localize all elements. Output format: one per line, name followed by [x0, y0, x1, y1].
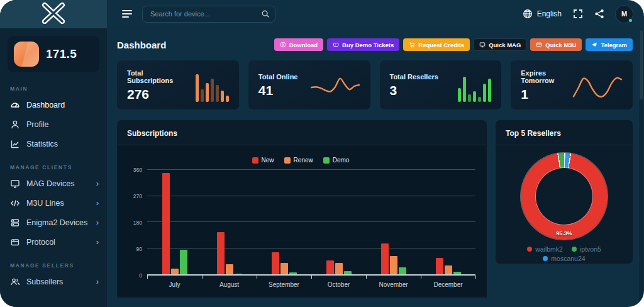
share-icon[interactable]: [594, 9, 604, 19]
stat-text: Total Resellers3: [390, 73, 438, 98]
chart-line-icon: [10, 139, 20, 149]
main-area: English M: [107, 0, 644, 307]
sidebar-item-profile[interactable]: Profile: [0, 114, 107, 134]
card-icon: [536, 42, 542, 48]
search-icon[interactable]: [261, 9, 270, 18]
quick-m3u-button[interactable]: Quick M3U: [530, 38, 582, 51]
bar-new-august: [217, 232, 225, 274]
stat-label: Expires Tomorrow: [521, 69, 572, 84]
stat-sparkline: [440, 69, 491, 102]
legend-label: moscanu24: [551, 255, 585, 262]
sidebar-item-label: Subsellers: [26, 277, 63, 286]
y-tick-label: 360: [133, 167, 142, 173]
sidebar-item-mag-devices[interactable]: MAG Devices›: [0, 174, 107, 193]
bar-renew-july: [171, 269, 179, 274]
sidebar-item-enigma2-devices[interactable]: Enigma2 Devices›: [0, 213, 107, 232]
x-axis-labels: JulyAugustSeptemberOctoberNovemberDecemb…: [147, 281, 475, 288]
stat-text: Total Online41: [258, 73, 298, 98]
x-axis-label: November: [366, 281, 421, 288]
menu-toggle-icon[interactable]: [122, 10, 132, 18]
sidebar-item-m3u-lines[interactable]: M3U Lines›: [0, 193, 107, 213]
avatar-initial: M: [621, 10, 627, 18]
action-button-label: Telegram: [601, 42, 627, 48]
app-window: 171.5 MAINDashboardProfileStatisticsMANA…: [0, 0, 644, 307]
download-icon: [280, 42, 286, 48]
spark-bars: [458, 74, 491, 102]
action-button-label: Quick M3U: [545, 42, 576, 48]
globe-icon: [523, 9, 533, 19]
sidebar-item-label: Profile: [26, 120, 48, 129]
x-axis-label: July: [147, 281, 202, 288]
stat-value: 1: [521, 87, 572, 102]
donut-percentage-label: 95.3%: [556, 230, 572, 237]
top5-title: Top 5 Resellers: [506, 129, 561, 138]
donut-legend: wailbmk2iptvon5moscanu24: [508, 245, 621, 262]
legend-label: wailbmk2: [535, 245, 563, 253]
scrollbar[interactable]: [639, 29, 643, 306]
stat-value: 276: [127, 87, 184, 102]
legend-item-renew: Renew: [284, 157, 313, 164]
sidebar-section-label: MAIN: [10, 86, 107, 92]
code-icon: [10, 198, 20, 208]
request-credits-button[interactable]: Request Credits: [403, 38, 470, 51]
action-button-label: Download: [289, 42, 318, 48]
y-tick-label: 0: [139, 272, 142, 279]
sidebar-logo[interactable]: [0, 0, 107, 28]
legend-label: Renew: [294, 157, 313, 164]
legend-swatch: [284, 157, 291, 164]
chevron-right-icon: ›: [96, 277, 99, 286]
top5-resellers-panel: Top 5 Resellers 95.3% wailbmk2iptvon5mos…: [496, 120, 633, 264]
scrollbar-thumb[interactable]: [640, 30, 643, 99]
language-label: English: [537, 9, 562, 18]
stat-card-expires-tomorrow: Expires Tomorrow1: [511, 60, 633, 109]
legend-label: iptvon5: [580, 245, 601, 253]
x-axis-label: October: [311, 281, 366, 288]
telegram-icon: [591, 42, 597, 48]
topbar: English M: [107, 0, 644, 28]
spark-bars: [196, 74, 229, 102]
subscriptions-chart: NewRenewDemo 090180270360 JulyAugustSept…: [117, 145, 487, 296]
sidebar-item-label: Protocol: [26, 238, 55, 247]
user-avatar[interactable]: M: [616, 6, 633, 23]
y-tick-label: 270: [133, 193, 142, 199]
quick-mag-button[interactable]: Quick MAG: [474, 38, 526, 51]
sidebar-item-subsellers[interactable]: Subsellers›: [0, 272, 107, 291]
bar-new-december: [436, 258, 443, 274]
bar-new-july: [162, 173, 170, 274]
fullscreen-icon[interactable]: [573, 9, 583, 19]
search-input[interactable]: [142, 6, 275, 23]
legend-label: New: [262, 157, 274, 164]
bar-demo-december: [453, 272, 461, 274]
sidebar-item-statistics[interactable]: Statistics: [0, 134, 107, 154]
language-selector[interactable]: English: [523, 9, 562, 19]
sidebar-item-dashboard[interactable]: Dashboard: [0, 95, 107, 114]
chevron-right-icon: ›: [96, 179, 99, 187]
buy-demo-tickets-button[interactable]: Buy Demo Tickets: [327, 38, 399, 51]
action-buttons: DownloadBuy Demo TicketsRequest CreditsQ…: [274, 38, 633, 51]
content: Dashboard DownloadBuy Demo TicketsReques…: [107, 28, 644, 307]
x-axis-ticks: [147, 276, 475, 279]
download-button[interactable]: Download: [274, 38, 323, 51]
gauge-icon: [10, 100, 20, 110]
bar-new-september: [272, 252, 279, 274]
stat-card-total-resellers: Total Resellers3: [380, 60, 502, 109]
sidebar: 171.5 MAINDashboardProfileStatisticsMANA…: [0, 0, 107, 307]
stat-sparkline: [309, 69, 360, 102]
bar-group-september: [257, 170, 311, 274]
x-axis-label: September: [257, 281, 311, 288]
stat-card-total-subscriptions: Total Subscriptions276: [117, 60, 239, 109]
subscriptions-panel: Subscriptions NewRenewDemo 090180270360 …: [117, 120, 487, 298]
bar-demo-july: [180, 250, 187, 274]
stat-label: Total Online: [258, 73, 298, 81]
bar-new-november: [381, 243, 389, 274]
x-axis-label: August: [202, 281, 257, 288]
resellers-donut-chart: 95.3%: [521, 153, 608, 240]
chevron-right-icon: ›: [96, 199, 99, 207]
chart-legend: NewRenewDemo: [126, 152, 475, 170]
bar-group-december: [421, 170, 475, 274]
bar-renew-september: [280, 263, 288, 274]
credit-balance-card[interactable]: 171.5: [8, 36, 99, 72]
telegram-button[interactable]: Telegram: [586, 38, 633, 51]
chevron-right-icon: ›: [96, 218, 99, 226]
sidebar-item-protocol[interactable]: Protocol›: [0, 232, 107, 252]
